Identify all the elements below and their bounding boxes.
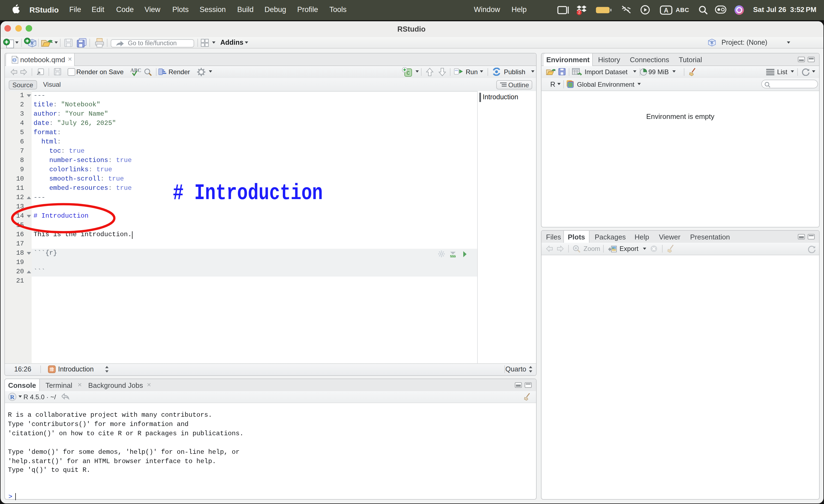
svg-text:R: R [10, 394, 15, 400]
svg-text:A: A [664, 7, 668, 14]
svg-text:R: R [711, 40, 714, 45]
svg-text:R: R [30, 40, 34, 45]
svg-text:C: C [407, 70, 410, 76]
svg-text:2: 2 [578, 10, 580, 14]
